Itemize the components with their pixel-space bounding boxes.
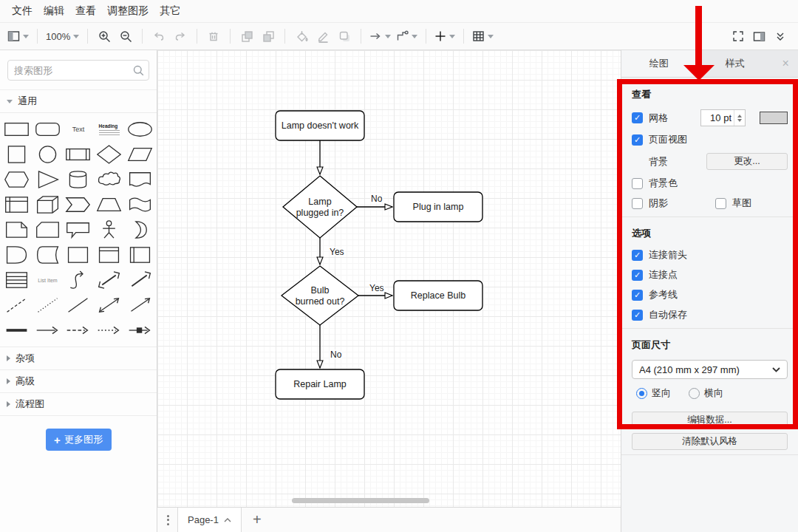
shape-line[interactable] [63, 293, 94, 318]
shape-or[interactable] [124, 217, 155, 242]
page-view-checkbox[interactable]: ✓ [632, 134, 643, 146]
shape-curve[interactable] [63, 267, 94, 293]
shape-container[interactable] [63, 242, 94, 267]
shape-bidirectional-connector[interactable] [94, 293, 125, 318]
shape-directional-connector[interactable] [124, 293, 155, 318]
autosave-checkbox[interactable]: ✓ [632, 310, 643, 321]
waypoints-button[interactable] [396, 27, 417, 46]
page-layout-button[interactable] [7, 27, 29, 46]
menu-view[interactable]: 查看 [75, 4, 96, 18]
connection-style-button[interactable] [369, 27, 391, 46]
shape-step[interactable] [63, 192, 94, 217]
shape-diamond[interactable] [94, 142, 125, 167]
shape-heading[interactable]: Heading [94, 117, 125, 142]
page-tab[interactable]: Page-1 [177, 508, 242, 532]
delete-button[interactable] [205, 27, 222, 46]
sidebar-section-flowchart[interactable]: 流程图 [0, 393, 157, 416]
connection-arrows-checkbox[interactable]: ✓ [632, 250, 643, 261]
grid-color-swatch[interactable] [760, 112, 788, 124]
shape-vertical-container[interactable] [124, 242, 155, 267]
collapse-expand-icon[interactable] [774, 31, 786, 42]
shape-circle[interactable] [33, 142, 64, 167]
menu-arrange[interactable]: 调整图形 [107, 4, 149, 18]
table-button[interactable] [472, 27, 494, 46]
close-icon[interactable]: × [773, 50, 798, 77]
change-background-button[interactable]: 更改... [706, 153, 788, 170]
flowchart-node-decision1[interactable]: Lamp plugged in? [283, 176, 357, 238]
menu-edit[interactable]: 编辑 [44, 4, 64, 18]
to-front-button[interactable] [239, 27, 255, 46]
tab-diagram[interactable]: 绘图 [621, 50, 698, 77]
shape-card[interactable] [33, 217, 64, 242]
shape-process[interactable] [63, 142, 94, 167]
sidebar-section-misc[interactable]: 杂项 [0, 347, 157, 370]
fullscreen-icon[interactable] [732, 30, 744, 42]
clear-default-style-button[interactable]: 清除默认风格 [632, 433, 788, 450]
pages-menu-button[interactable] [167, 515, 169, 525]
connection-points-checkbox[interactable]: ✓ [632, 270, 643, 281]
search-input[interactable] [7, 60, 149, 81]
shape-tape[interactable] [124, 192, 155, 217]
horizontal-scrollbar[interactable] [292, 498, 429, 503]
more-shapes-button[interactable]: + 更多图形 [46, 429, 112, 451]
sketch-checkbox[interactable] [715, 198, 726, 209]
shape-arrow[interactable] [124, 267, 155, 293]
redo-button[interactable] [172, 27, 188, 46]
shape-cylinder[interactable] [63, 167, 94, 192]
menu-file[interactable]: 文件 [12, 4, 33, 18]
grid-checkbox[interactable]: ✓ [632, 112, 643, 123]
zoom-out-button[interactable] [117, 27, 134, 46]
shape-note[interactable] [1, 217, 33, 242]
shape-dashed-arrow[interactable] [63, 318, 94, 343]
shape-square[interactable] [1, 142, 33, 167]
flowchart-node-plug-in-lamp[interactable]: Plug in lamp [394, 192, 482, 222]
shape-rectangle[interactable] [1, 117, 33, 142]
zoom-level-button[interactable]: 100% [46, 27, 79, 46]
menu-extras[interactable]: 其它 [160, 4, 180, 18]
shape-cube[interactable] [33, 192, 64, 217]
page-size-select[interactable]: A4 (210 mm x 297 mm) [632, 360, 788, 379]
shape-container-title[interactable] [94, 242, 125, 267]
shape-internal-storage[interactable] [1, 192, 33, 217]
shape-dashed-line[interactable] [1, 293, 33, 318]
shape-triangle[interactable] [33, 167, 64, 192]
shadow-checkbox[interactable] [632, 198, 643, 209]
shape-arrow-connector[interactable] [33, 318, 64, 343]
diagram-canvas[interactable]: Lamp doesn't work Lamp plugged in? Plug … [157, 50, 621, 507]
shape-callout[interactable] [63, 217, 94, 242]
shape-cloud[interactable] [94, 167, 125, 192]
flowchart-node-start[interactable]: Lamp doesn't work [276, 111, 364, 140]
shadow-button[interactable] [336, 27, 352, 46]
shape-actor[interactable] [94, 217, 125, 242]
shape-ellipse[interactable] [124, 117, 155, 142]
shape-link[interactable] [1, 318, 33, 343]
guides-checkbox[interactable]: ✓ [632, 290, 643, 301]
shape-rounded-rectangle[interactable] [33, 117, 64, 142]
shape-list-item[interactable]: List Item [33, 267, 64, 293]
flowchart-node-repair-lamp[interactable]: Repair Lamp [276, 369, 364, 399]
flowchart-node-replace-bulb[interactable]: Replace Bulb [394, 281, 482, 310]
shape-dotted-line[interactable] [33, 293, 64, 318]
tab-style[interactable]: 样式 [698, 50, 774, 77]
add-page-button[interactable]: + [253, 511, 262, 528]
undo-button[interactable] [151, 27, 167, 46]
shape-data-storage[interactable] [33, 242, 64, 267]
shape-dotted-arrow[interactable] [94, 318, 125, 343]
format-panel-icon[interactable] [753, 31, 765, 42]
spin-up-icon[interactable] [737, 115, 742, 117]
shape-bidirectional-arrow[interactable] [94, 267, 125, 293]
sidebar-section-general[interactable]: 通用 [0, 90, 157, 113]
portrait-radio[interactable] [636, 388, 647, 399]
landscape-radio[interactable] [689, 388, 700, 399]
edit-data-button[interactable]: 编辑数据... [632, 412, 788, 429]
spinner[interactable] [734, 110, 745, 126]
to-back-button[interactable] [260, 27, 276, 46]
sidebar-section-advanced[interactable]: 高级 [0, 370, 157, 393]
insert-button[interactable] [434, 27, 455, 46]
spin-down-icon[interactable] [737, 119, 742, 122]
shape-trapezoid[interactable] [94, 192, 125, 217]
shape-hexagon[interactable] [1, 167, 33, 192]
shape-and[interactable] [1, 242, 33, 267]
zoom-in-button[interactable] [96, 27, 112, 46]
fill-color-button[interactable] [293, 27, 310, 46]
